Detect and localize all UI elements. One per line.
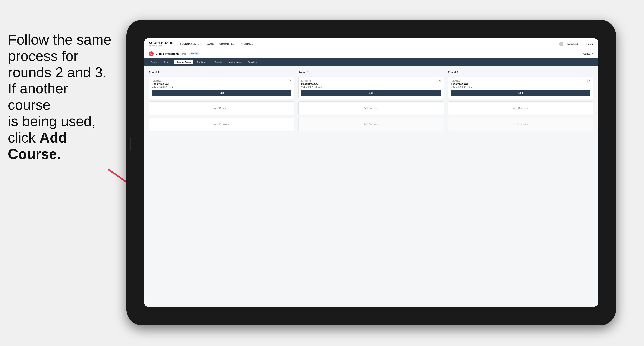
logo-sub: Powered by clippd (149, 45, 174, 46)
round-2-course-detail: Yellow (M) (6629 yds) (301, 86, 441, 88)
instruction-line6: click (8, 130, 40, 146)
round-1-course-detail: Yellow (M) (6629 yds) (152, 86, 292, 88)
tab-tee-groups[interactable]: Tee Groups (194, 60, 211, 64)
round-1-add-course-1[interactable]: Add Course + (149, 101, 294, 115)
round-2-course-label: (Course A) (301, 80, 441, 82)
round-2-add-course-1[interactable]: Add Course + (298, 101, 444, 115)
nav-committee[interactable]: COMMITTEE (219, 43, 234, 45)
round-3-course-label: (Course A) (451, 80, 590, 82)
tab-teams[interactable]: Teams (161, 60, 173, 64)
round-3-add-course-1[interactable]: Add Course + (448, 101, 594, 115)
logo-area: SCOREBOARD Powered by clippd (149, 41, 174, 46)
round-1-add-course-2-plus-icon: + (228, 123, 229, 126)
cancel-x-icon: ✕ (592, 52, 594, 55)
round-3-add-course-2: Add Course + (448, 118, 594, 131)
round-2-course-card: ⊟ (Course A) Peachtree GC Yellow (M) (66… (298, 77, 444, 99)
round-1-title: Round 1 (149, 71, 294, 74)
round-2-add-course-1-label: Add Course (364, 107, 376, 110)
clippd-logo: C (149, 51, 154, 56)
round-1-column: Round 1 ⊟ (Course A) Peachtree GC Yellow… (149, 71, 294, 131)
round-2-column: Round 2 ⊟ (Course A) Peachtree GC Yellow… (298, 71, 444, 131)
round-3-delete-icon[interactable]: ⊟ (587, 79, 591, 83)
round-3-add-course-2-plus-icon: + (526, 123, 528, 126)
round-1-course-card: ⊟ (Course A) Peachtree GC Yellow (M) (66… (149, 77, 294, 99)
round-1-add-course-1-plus-icon: + (228, 107, 229, 110)
round-3-add-course-2-label: Add Course (513, 123, 526, 126)
instruction-line5: is being used, (8, 113, 96, 129)
round-2-add-course-1-plus-icon: + (377, 107, 379, 110)
sign-out-link[interactable]: Sign out (586, 43, 594, 45)
tab-printables[interactable]: Printables (245, 60, 260, 64)
round-1-course-label: (Course A) (152, 80, 292, 82)
tabs-bar: Details Teams Course Setup Tee Groups Re… (144, 58, 598, 66)
round-2-edit-button[interactable]: Edit (301, 90, 441, 96)
round-3-edit-button[interactable]: Edit (451, 90, 590, 96)
main-content: Round 1 ⊟ (Course A) Peachtree GC Yellow… (144, 66, 598, 307)
round-2-add-course-2: Add Course + (298, 118, 444, 131)
user-avatar (559, 42, 564, 46)
round-1-delete-icon[interactable]: ⊟ (288, 79, 292, 83)
sub-header-left: C Clippd Invitational (Men) Hosting (149, 51, 200, 56)
round-3-add-course-1-plus-icon: + (526, 107, 528, 110)
round-1-edit-button[interactable]: Edit (152, 90, 292, 96)
round-2-add-course-2-label: Add Course (364, 123, 376, 126)
round-1-course-name: Peachtree GC (152, 82, 292, 85)
sub-header: C Clippd Invitational (Men) Hosting Canc… (144, 49, 598, 58)
nav-teams[interactable]: TEAMS (205, 43, 214, 45)
tournament-name: Clippd Invitational (156, 52, 180, 55)
round-3-title: Round 3 (448, 71, 594, 74)
nav-right: blair@clippd.io | Sign out (559, 42, 594, 46)
cancel-button[interactable]: Cancel ✕ (584, 52, 594, 55)
round-2-add-course-2-plus-icon: + (377, 123, 379, 126)
round-1-add-course-1-label: Add Course (214, 107, 227, 110)
tablet-frame: SCOREBOARD Powered by clippd TOURNAMENTS… (126, 20, 616, 325)
round-1-add-course-2-label: Add Course (214, 123, 227, 126)
tab-course-setup[interactable]: Course Setup (174, 60, 194, 64)
nav-tournaments[interactable]: TOURNAMENTS (180, 43, 200, 45)
round-3-add-course-1-label: Add Course (513, 107, 526, 110)
rounds-grid: Round 1 ⊟ (Course A) Peachtree GC Yellow… (149, 71, 594, 131)
top-nav: SCOREBOARD Powered by clippd TOURNAMENTS… (144, 38, 598, 49)
instruction-line2: process for (8, 48, 78, 64)
round-3-course-name: Peachtree GC (451, 82, 590, 85)
round-2-course-name: Peachtree GC (301, 82, 441, 85)
round-3-course-card: ⊟ (Course A) Peachtree GC Yellow (M) (66… (448, 77, 594, 99)
round-2-title: Round 2 (298, 71, 444, 74)
tab-details[interactable]: Details (148, 60, 160, 64)
instruction-line3: rounds 2 and 3. (8, 64, 106, 80)
tablet-screen: SCOREBOARD Powered by clippd TOURNAMENTS… (144, 38, 598, 307)
round-2-delete-icon[interactable]: ⊟ (438, 79, 442, 83)
round-3-course-detail: Yellow (M) (6629 yds) (451, 86, 590, 88)
round-3-column: Round 3 ⊟ (Course A) Peachtree GC Yellow… (448, 71, 594, 131)
nav-rankings[interactable]: RANKINGS (240, 43, 253, 45)
tab-leaderboards[interactable]: Leaderboards (225, 60, 244, 64)
instruction-line4: If another course (8, 81, 68, 113)
instruction-line1: Follow the same (8, 32, 111, 47)
instruction-text: Follow the same process for rounds 2 and… (0, 31, 122, 162)
round-1-add-course-2[interactable]: Add Course + (149, 118, 294, 131)
tournament-type: (Men) (182, 53, 187, 55)
user-email: blair@clippd.io (566, 43, 580, 45)
logo-text: SCOREBOARD (149, 41, 174, 45)
tab-results[interactable]: Results (212, 60, 224, 64)
hosting-badge: Hosting (189, 52, 200, 55)
nav-links: TOURNAMENTS TEAMS COMMITTEE RANKINGS (180, 43, 559, 45)
